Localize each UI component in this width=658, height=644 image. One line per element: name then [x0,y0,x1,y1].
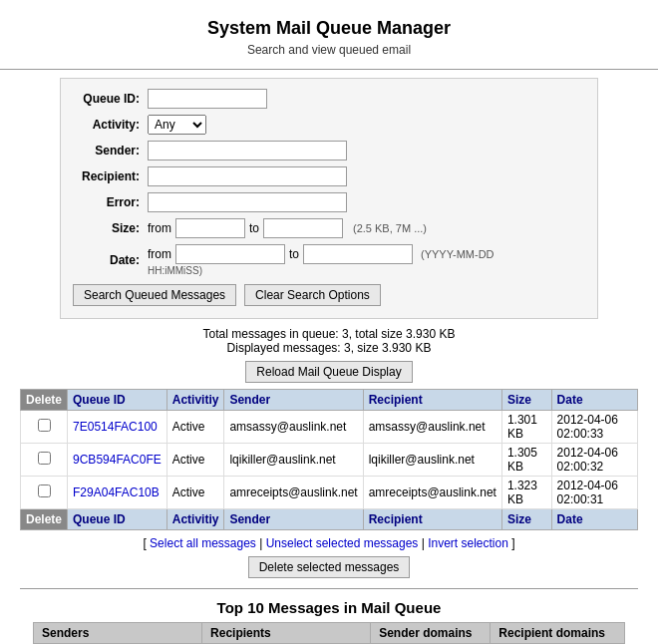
queue-id-link[interactable]: 9CB594FAC0FE [73,453,162,467]
size-label: Size: [73,221,148,235]
row-activity: Active [166,411,224,444]
size-from-input[interactable] [175,218,245,238]
foot-activity: Activitiy [166,509,224,530]
row-checkbox[interactable] [38,484,51,497]
section-divider [20,588,638,589]
size-inputs: from to (2.5 KB, 7M ...) [148,218,427,238]
page-subtitle: Search and view queued email [0,43,658,57]
reload-button[interactable]: Reload Mail Queue Display [245,361,412,383]
top10-table: Senders Recipients Sender domains Recipi… [33,622,625,644]
col-date: Date [551,390,637,411]
col-size: Size [501,390,551,411]
row-checkbox[interactable] [38,419,51,432]
queue-id-input[interactable] [148,89,267,109]
date-block: from to (YYYY-MM-DD HH:iMMiSS) [148,244,494,276]
top10-col-recipients: Recipients [202,623,371,644]
row-queue-id: 7E0514FAC100 [68,411,167,444]
search-buttons: Search Queued Messages Clear Search Opti… [73,284,585,306]
queue-id-label: Queue ID: [73,92,148,106]
row-date: 2012-04-06 02:00:31 [551,477,637,509]
queue-id-row: Queue ID: [73,89,585,109]
row-checkbox[interactable] [38,452,51,465]
col-delete: Delete [21,390,68,411]
table-row: F29A04FAC10B Active amreceipts@auslink.n… [21,477,638,509]
error-label: Error: [73,195,148,209]
sender-label: Sender: [73,144,148,158]
total-stats: Total messages in queue: 3, total size 3… [0,327,658,341]
row-recipient: lqikiller@auslink.net [363,444,501,477]
page-header: System Mail Queue Manager Search and vie… [0,0,658,63]
date-sub-hint: HH:iMMiSS) [148,265,494,276]
row-recipient: amsassy@auslink.net [363,411,501,444]
row-checkbox-cell [21,411,68,444]
error-input[interactable] [148,192,347,212]
sender-row: Sender: [73,141,585,161]
search-panel: Queue ID: Activity: Any Active Hold Send… [60,78,598,319]
row-sender: lqikiller@auslink.net [224,444,363,477]
foot-delete: Delete [21,509,68,530]
unselect-link[interactable]: Unselect selected messages [266,536,419,550]
invert-link[interactable]: Invert selection [428,536,508,550]
activity-select[interactable]: Any Active Hold [148,115,206,135]
date-to-input[interactable] [303,244,413,264]
foot-size: Size [501,509,551,530]
queue-id-link[interactable]: F29A04FAC10B [73,485,160,499]
date-from-input[interactable] [175,244,285,264]
date-inputs: from to (YYYY-MM-DD [148,244,494,264]
row-size: 1.305 KB [501,444,551,477]
row-checkbox-cell [21,477,68,509]
foot-queue-id: Queue ID [68,509,167,530]
col-recipient: Recipient [363,390,501,411]
clear-search-button[interactable]: Clear Search Options [244,284,381,306]
date-row: Date: from to (YYYY-MM-DD HH:iMMiSS) [73,244,585,276]
queue-table-header-row: Delete Queue ID Activitiy Sender Recipie… [21,390,638,411]
col-sender: Sender [224,390,363,411]
delete-btn-area: Delete selected messages [0,556,658,578]
row-date: 2012-04-06 02:00:33 [551,411,637,444]
sender-input[interactable] [148,141,347,161]
select-all-link[interactable]: Select all messages [150,536,256,550]
recipient-label: Recipient: [73,169,148,183]
displayed-line: Displayed messages: 3, size 3.930 KB [227,341,432,355]
top10-title: Top 10 Messages in Mail Queue [0,599,658,616]
top10-col-sender-domains: Sender domains [371,623,491,644]
row-sender: amsassy@auslink.net [224,411,363,444]
row-sender: amreceipts@auslink.net [224,477,363,509]
queue-table-wrapper: Delete Queue ID Activitiy Sender Recipie… [20,389,638,530]
foot-recipient: Recipient [363,509,501,530]
row-date: 2012-04-06 02:00:32 [551,444,637,477]
activity-row: Activity: Any Active Hold [73,115,585,135]
row-activity: Active [166,477,224,509]
top10-header-row: Senders Recipients Sender domains Recipi… [34,623,625,644]
row-recipient: amreceipts@auslink.net [363,477,501,509]
selection-links: [ Select all messages | Unselect selecte… [0,536,658,550]
date-from-text: from [148,247,171,261]
queue-table-footer-row: Delete Queue ID Activitiy Sender Recipie… [21,509,638,530]
header-divider [0,69,658,70]
error-row: Error: [73,192,585,212]
reload-area: Reload Mail Queue Display [0,361,658,383]
col-queue-id: Queue ID [68,390,167,411]
row-checkbox-cell [21,444,68,477]
activity-label: Activity: [73,118,148,132]
date-label: Date: [73,253,148,267]
row-size: 1.323 KB [501,477,551,509]
row-size: 1.301 KB [501,411,551,444]
page-title: System Mail Queue Manager [0,18,658,39]
table-row: 9CB594FAC0FE Active lqikiller@auslink.ne… [21,444,638,477]
table-row: 7E0514FAC100 Active amsassy@auslink.net … [21,411,638,444]
size-to-input[interactable] [263,218,343,238]
size-to-text: to [249,221,259,235]
recipient-row: Recipient: [73,166,585,186]
queue-id-link[interactable]: 7E0514FAC100 [73,420,158,434]
date-hint: (YYYY-MM-DD [421,248,494,260]
delete-selected-button[interactable]: Delete selected messages [248,556,411,578]
size-hint: (2.5 KB, 7M ...) [353,222,427,234]
top10-col-senders: Senders [34,623,202,644]
date-to-text: to [289,247,299,261]
search-queued-button[interactable]: Search Queued Messages [73,284,236,306]
foot-sender: Sender [224,509,363,530]
total-line: Total messages in queue: 3, total size 3… [203,327,456,341]
row-queue-id: 9CB594FAC0FE [68,444,167,477]
recipient-input[interactable] [148,166,347,186]
